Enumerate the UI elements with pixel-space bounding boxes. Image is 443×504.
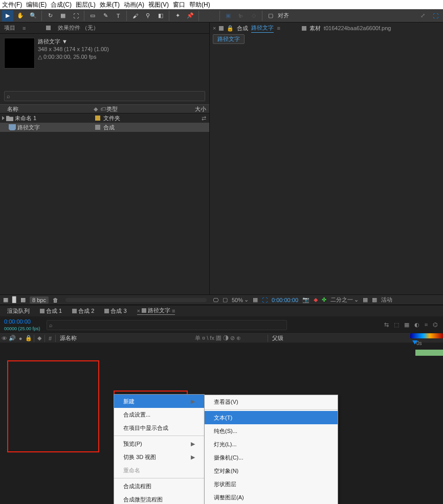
stamp-tool-icon[interactable]: ⚲ (142, 10, 153, 21)
ctx-new-light[interactable]: 灯光(L)... (205, 438, 338, 451)
menu-help[interactable]: 帮助(H) (189, 1, 210, 9)
snap-icon[interactable]: ▢ (265, 10, 276, 21)
snapshot-icon[interactable]: 📷 (302, 296, 309, 303)
tab-comp-1[interactable]: 合成 1 (40, 307, 62, 315)
tool-fit-icon[interactable]: ⤢ (417, 10, 428, 21)
shy-icon[interactable]: ⇆ (384, 322, 389, 328)
interpret-icon[interactable]: ▦ (3, 296, 8, 303)
ctx-switch-3d-view[interactable]: 切换 3D 视图▶ (114, 450, 204, 464)
menu-anim[interactable]: 动画(A) (124, 1, 144, 9)
menu-layer[interactable]: 图层(L) (76, 1, 96, 9)
hand-tool-icon[interactable]: ✋ (15, 10, 26, 21)
menu-effect[interactable]: 效果(T) (100, 1, 120, 9)
monitor-icon[interactable]: 🖵 (213, 297, 218, 303)
guides-icon[interactable]: ▩ (372, 296, 377, 303)
ctx-new[interactable]: 新建▶ (114, 395, 204, 408)
zoom-tool-icon[interactable]: 🔍 (28, 10, 39, 21)
pin-tool-icon[interactable]: 📌 (185, 10, 196, 21)
viewer-comp-name[interactable]: 路径文字 (251, 24, 274, 33)
ctx-new-adjustment[interactable]: 调整图层(A) (205, 491, 338, 504)
ctx-new-solid[interactable]: 纯色(S)... (205, 424, 338, 438)
tab-comp-2[interactable]: 合成 2 (72, 307, 94, 315)
track-tool-icon[interactable]: ⛶ (70, 10, 81, 21)
playhead-icon[interactable] (412, 340, 417, 347)
frame-blend-icon[interactable]: ▦ (404, 322, 409, 328)
rotate-tool-icon[interactable]: ↻ (45, 10, 56, 21)
lock-icon[interactable]: 🔒 (227, 25, 234, 32)
new-folder-icon[interactable]: ▉ (12, 296, 16, 303)
roto-tool-icon[interactable]: ✦ (172, 10, 183, 21)
pen-tool-icon[interactable]: ✎ (100, 10, 111, 21)
channel-green-icon[interactable]: ✤ (322, 296, 326, 303)
menu-window[interactable]: 窗口 (173, 1, 185, 9)
viewer-canvas[interactable] (210, 44, 443, 294)
work-area-bar[interactable] (415, 350, 443, 356)
ctx-new-null[interactable]: 空对象(N) (205, 464, 338, 477)
tab-comp-3[interactable]: 合成 3 (104, 307, 126, 315)
viewer-timecode[interactable]: 0:00:00:00 (272, 297, 298, 303)
ctx-mini-flowchart[interactable]: 合成微型流程图 (114, 493, 204, 504)
time-navigator[interactable] (410, 333, 443, 338)
resolution-dropdown[interactable]: 二分之一⌄ (330, 296, 359, 304)
new-comp-icon[interactable]: ▩ (20, 296, 26, 303)
project-search-input[interactable]: ⌕ (4, 91, 205, 101)
comp-name[interactable]: 路径文字 ▼ (38, 38, 109, 45)
menu-edit[interactable]: 编辑(E) (26, 1, 47, 9)
tab-render-queue[interactable]: 渲染队列 (7, 307, 30, 315)
source-name-col[interactable]: 源名称 (57, 334, 195, 342)
selection-tool-icon[interactable]: ▶ (2, 10, 13, 21)
menu-comp[interactable]: 合成(C) (51, 1, 72, 9)
parent-col[interactable]: 父级 (269, 334, 283, 342)
project-row-comp[interactable]: 路径文字 合成 (0, 123, 209, 132)
col-label-icon[interactable]: ◆ (92, 106, 99, 112)
ctx-new-viewer[interactable]: 查看器(V) (205, 395, 338, 408)
timeline-timecode[interactable]: 0:00:00:0000000 (25.00 fps) (0, 318, 45, 332)
project-tab[interactable]: 项目 (4, 24, 15, 32)
camera-tool-icon[interactable]: ▦ (57, 10, 69, 21)
flowchart-pill[interactable]: 路径文字 (213, 34, 245, 44)
trash-icon[interactable]: 🗑 (53, 297, 58, 303)
rect-tool-icon[interactable]: ▭ (87, 10, 98, 21)
channel-red-icon[interactable]: ◆ (314, 296, 318, 303)
viewer-footage-name[interactable]: t0164224baa62a6600f.png (324, 25, 391, 31)
switches-col[interactable]: 单 ¤ \ fx 圕 ◑ ⊘ ⊕ (195, 334, 267, 342)
solo-col-icon[interactable]: ● (16, 335, 25, 341)
tab-comp-path[interactable]: ×路径文字≡ (137, 307, 175, 315)
fit-icon[interactable]: ▦ (253, 296, 258, 303)
ctx-flowchart[interactable]: 合成流程图 (114, 479, 204, 493)
graph-editor-icon[interactable]: ⌗ (425, 322, 428, 328)
project-row-folder[interactable]: 未命名 1 文件夹 ⇄ (0, 113, 209, 123)
num-col-icon[interactable]: # (46, 335, 54, 341)
zoom-dropdown[interactable]: 50%⌄ (232, 296, 249, 303)
audio-col-icon[interactable]: 🔊 (8, 335, 16, 341)
disclosure-icon[interactable] (2, 116, 5, 120)
text-tool-icon[interactable]: T (113, 10, 124, 21)
roi-icon[interactable]: ⛶ (262, 297, 268, 303)
ctx-comp-settings[interactable]: 合成设置... (114, 408, 204, 421)
motion-blur-icon[interactable]: ◐ (414, 322, 419, 328)
ctx-new-text[interactable]: 文本(T) (205, 411, 338, 424)
eraser-tool-icon[interactable]: ◧ (155, 10, 166, 21)
brain-icon[interactable]: ⌬ (433, 322, 438, 328)
col-type[interactable]: 类型 (106, 105, 189, 113)
mask-mode-icon[interactable]: ▣ (223, 10, 234, 21)
flow-icon[interactable]: ⇄ (202, 115, 209, 122)
menu-view[interactable]: 视图(V) (148, 1, 169, 9)
ctx-new-shape[interactable]: 形状图层 (205, 477, 338, 491)
display-icon[interactable]: ▢ (223, 296, 228, 303)
draft3d-icon[interactable]: ⬚ (394, 322, 399, 328)
eye-col-icon[interactable]: 👁 (0, 335, 8, 341)
comp-thumbnail[interactable] (4, 38, 35, 68)
menu-file[interactable]: 文件(F) (2, 1, 22, 9)
tool-expand-icon[interactable]: ⛶ (430, 10, 441, 21)
brush-tool-icon[interactable]: 🖌 (129, 10, 141, 21)
bpc-toggle[interactable]: 8 bpc (30, 296, 49, 304)
grid-icon[interactable]: ▦ (363, 296, 368, 303)
label-swatch-icon[interactable] (95, 125, 100, 130)
col-tag-icon[interactable]: 🏷 (99, 106, 106, 112)
col-name[interactable]: 名称 (0, 105, 92, 113)
close-tab-icon[interactable]: × (213, 25, 216, 31)
ctx-reveal-in-project[interactable]: 在项目中显示合成 (114, 421, 204, 434)
label-col-icon[interactable]: ◆ (35, 335, 43, 341)
lock-col-icon[interactable]: 🔒 (25, 335, 33, 341)
